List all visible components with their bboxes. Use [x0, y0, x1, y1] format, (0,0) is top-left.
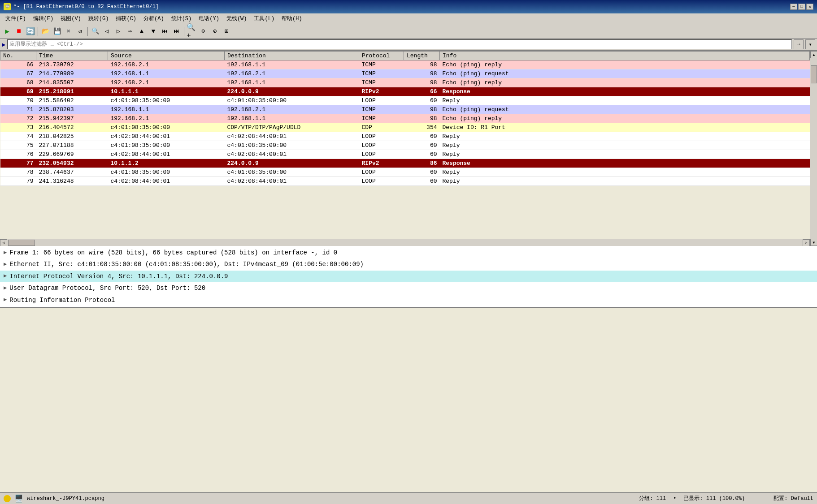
table-cell: Reply [440, 150, 810, 159]
table-cell: 77 [0, 159, 36, 168]
scroll-thumb[interactable] [811, 65, 817, 83]
restart-button[interactable]: 🔄 [25, 26, 36, 37]
detail-row-udp[interactable]: ▶User Datagram Protocol, Src Port: 520, … [0, 282, 817, 294]
menu-phone[interactable]: 电话(Y) [195, 14, 223, 23]
find-button[interactable]: 🔍 [90, 26, 100, 37]
packet-list-scrollbar[interactable]: ▲ ▼ [810, 51, 817, 246]
col-time[interactable]: Time [36, 52, 108, 60]
table-row[interactable]: 79241.316248c4:02:08:44:00:01c4:02:08:44… [0, 177, 810, 186]
hscroll-thumb[interactable] [8, 240, 35, 246]
detail-row-rip[interactable]: ▶Routing Information Protocol [0, 294, 817, 306]
table-row[interactable]: 69215.21809110.1.1.1224.0.0.9RIPv266Resp… [0, 87, 810, 96]
detail-row-ip[interactable]: ▶Internet Protocol Version 4, Src: 10.1.… [0, 271, 817, 282]
scroll-right-arrow[interactable]: ▷ [803, 239, 810, 246]
table-row[interactable]: 68214.835507192.168.2.1192.168.1.1ICMP98… [0, 78, 810, 87]
packet-list-hscrollbar[interactable]: ◁ ▷ [0, 239, 810, 246]
table-cell: 70 [0, 96, 36, 105]
status-filename: wireshark_-J9PY41.pcapng [27, 495, 635, 502]
table-row[interactable]: 77232.05493210.1.1.2224.0.0.9RIPv286Resp… [0, 159, 810, 168]
zoom-in-button[interactable]: 🔍+ [186, 26, 197, 37]
prev-button[interactable]: ▲ [136, 26, 147, 37]
new-capture-button[interactable]: ▶ [2, 26, 13, 37]
table-row[interactable]: 71215.878203192.168.1.1192.168.2.1ICMP98… [0, 105, 810, 114]
table-row[interactable]: 75227.071188c4:01:08:35:00:00c4:01:08:35… [0, 141, 810, 150]
menu-analyze[interactable]: 分析(A) [140, 14, 168, 23]
reload-button[interactable]: ↺ [75, 26, 86, 37]
table-row[interactable]: 74218.042825c4:02:08:44:00:01c4:02:08:44… [0, 132, 810, 141]
table-cell: 10.1.1.1 [108, 87, 225, 96]
menu-wireless[interactable]: 无线(W) [223, 14, 251, 23]
table-cell: 214.770989 [36, 69, 108, 78]
status-sep1: • [673, 495, 676, 502]
filter-apply-button[interactable]: → [794, 39, 804, 49]
filter-input[interactable] [7, 39, 792, 49]
detail-row-frame[interactable]: ▶Frame 1: 66 bytes on wire (528 bits), 6… [0, 247, 817, 258]
close-capture-button[interactable]: ✖ [63, 26, 74, 37]
table-cell: 60 [404, 150, 440, 159]
close-button[interactable]: ✕ [806, 4, 813, 10]
detail-row-ethernet[interactable]: ▶Ethernet II, Src: c4:01:08:35:00:00 (c4… [0, 258, 817, 270]
scroll-left-arrow[interactable]: ◁ [0, 239, 7, 246]
col-no[interactable]: No. [0, 52, 36, 60]
table-cell: 76 [0, 150, 36, 159]
table-row[interactable]: 70215.586402c4:01:08:35:00:00c4:01:08:35… [0, 96, 810, 105]
table-row[interactable]: 66213.730792192.168.2.1192.168.1.1ICMP98… [0, 60, 810, 69]
table-row[interactable]: 67214.770989192.168.1.1192.168.2.1ICMP98… [0, 69, 810, 78]
filter-dropdown-button[interactable]: ▾ [805, 39, 815, 49]
table-cell: 73 [0, 123, 36, 132]
menu-help[interactable]: 帮助(H) [278, 14, 306, 23]
menu-file[interactable]: 文件(F) [2, 14, 30, 23]
col-length[interactable]: Length [404, 52, 440, 60]
first-button[interactable]: ⏮ [160, 26, 170, 37]
table-cell: 71 [0, 105, 36, 114]
rip-text: Routing Information Protocol [9, 295, 115, 305]
next-button[interactable]: ▼ [148, 26, 159, 37]
zoom-reset-button[interactable]: ⊙ [209, 26, 220, 37]
menu-edit[interactable]: 编辑(E) [30, 14, 57, 23]
menu-tools[interactable]: 工具(L) [250, 14, 278, 23]
columns-button[interactable]: ⊞ [221, 26, 232, 37]
back-button[interactable]: ◁ [101, 26, 112, 37]
menu-capture[interactable]: 捕获(C) [112, 14, 140, 23]
table-cell: c4:02:08:44:00:01 [108, 132, 225, 141]
table-cell: 238.744637 [36, 168, 108, 177]
forward-button[interactable]: ▷ [113, 26, 124, 37]
table-cell: Response [440, 87, 810, 96]
table-cell: 60 [404, 96, 440, 105]
packet-list-scroll[interactable]: No. Time Source Destination Protocol Len… [0, 51, 810, 246]
col-info[interactable]: Info [440, 52, 810, 60]
save-button[interactable]: 💾 [52, 26, 62, 37]
zoom-out-button[interactable]: ⊖ [198, 26, 209, 37]
table-cell: 75 [0, 141, 36, 150]
ethernet-text: Ethernet II, Src: c4:01:08:35:00:00 (c4:… [9, 259, 364, 269]
menu-jump[interactable]: 跳转(G) [85, 14, 113, 23]
open-button[interactable]: 📂 [40, 26, 51, 37]
packet-tbody: 66213.730792192.168.2.1192.168.1.1ICMP98… [0, 60, 810, 186]
table-cell: 10.1.1.2 [108, 159, 225, 168]
goto-button[interactable]: ⇒ [125, 26, 135, 37]
table-cell: ICMP [359, 105, 404, 114]
menu-stats[interactable]: 统计(S) [168, 14, 196, 23]
scroll-up-arrow[interactable]: ▲ [810, 51, 817, 58]
table-cell: 192.168.1.1 [108, 105, 225, 114]
table-cell: 241.316248 [36, 177, 108, 186]
table-row[interactable]: 76229.669769c4:02:08:44:00:01c4:02:08:44… [0, 150, 810, 159]
menu-view[interactable]: 视图(V) [57, 14, 85, 23]
table-row[interactable]: 73216.404572c4:01:08:35:00:00CDP/VTP/DTP… [0, 123, 810, 132]
col-protocol[interactable]: Protocol [359, 52, 404, 60]
app-icon: 🦈 [4, 3, 11, 10]
table-cell: 192.168.1.1 [225, 114, 359, 123]
col-destination[interactable]: Destination [225, 52, 359, 60]
table-row[interactable]: 72215.942397192.168.2.1192.168.1.1ICMP98… [0, 114, 810, 123]
status-indicator [4, 495, 11, 502]
table-cell: Device ID: R1 Port [440, 123, 810, 132]
last-button[interactable]: ⏭ [171, 26, 182, 37]
table-cell: 98 [404, 60, 440, 69]
maximize-button[interactable]: □ [798, 4, 805, 10]
stop-button[interactable]: ■ [13, 26, 24, 37]
table-row[interactable]: 78238.744637c4:01:08:35:00:00c4:01:08:35… [0, 168, 810, 177]
col-source[interactable]: Source [108, 52, 225, 60]
table-cell: c4:01:08:35:00:00 [225, 141, 359, 150]
minimize-button[interactable]: — [790, 4, 797, 10]
scroll-down-arrow[interactable]: ▼ [810, 239, 817, 246]
